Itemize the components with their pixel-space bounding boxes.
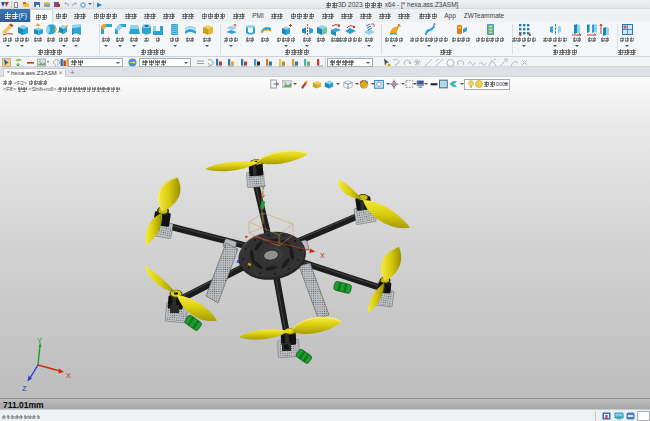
svg-text:X: X [320,252,325,259]
svg-text:X: X [66,371,71,380]
svg-text:Z: Z [22,384,27,393]
svg-text:Y: Y [261,184,266,191]
svg-text:Y: Y [37,336,42,345]
